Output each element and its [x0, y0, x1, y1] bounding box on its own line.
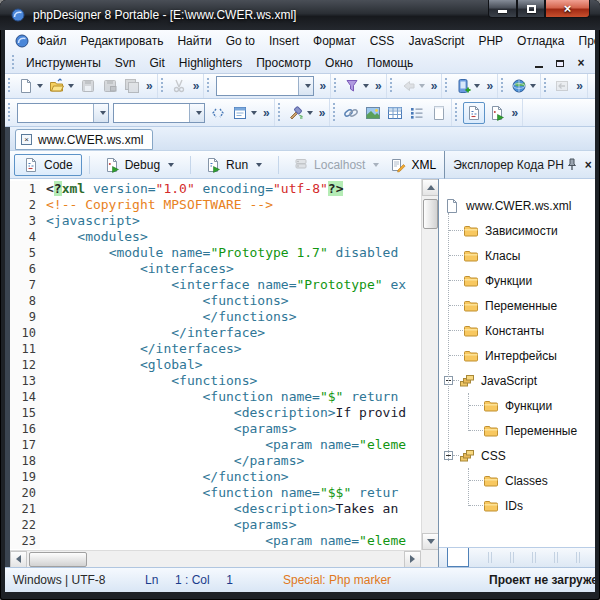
toolbar-overflow-chevron[interactable]: »: [316, 108, 329, 118]
toolbar-overflow-chevron[interactable]: »: [372, 81, 385, 91]
localhost-button[interactable]: Localhost: [284, 154, 388, 176]
tree-item-зависимости[interactable]: Зависимости: [439, 218, 595, 243]
cut-button[interactable]: [169, 76, 189, 96]
form-button[interactable]: [230, 103, 259, 123]
menu-помощь[interactable]: Помощь: [360, 55, 420, 71]
toolbar-overflow-chevron[interactable]: »: [483, 81, 496, 91]
image-button[interactable]: [363, 103, 383, 123]
close-button[interactable]: ×: [545, 0, 590, 18]
tree-item-константы[interactable]: Константы: [439, 318, 595, 343]
new-document-button[interactable]: [16, 76, 45, 96]
maximize-button[interactable]: [517, 0, 545, 18]
device-add-button[interactable]: [453, 76, 482, 96]
tree-item-переменные[interactable]: Переменные: [439, 418, 595, 443]
code-button[interactable]: Code: [14, 154, 82, 176]
panel-bottom-tab[interactable]: [447, 548, 469, 567]
globe-button[interactable]: [509, 76, 538, 96]
menu-отладка[interactable]: Отладка: [510, 33, 571, 49]
vertical-scrollbar[interactable]: [421, 179, 438, 550]
scroll-up-button[interactable]: [422, 179, 438, 196]
title-bar[interactable]: phpDesigner 8 Portable - [E:\www.CWER.ws…: [0, 0, 600, 30]
menu-проект[interactable]: Проект: [572, 33, 595, 49]
toolbar-overflow-chevron[interactable]: »: [260, 108, 273, 118]
vertical-scroll-thumb[interactable]: [423, 199, 438, 229]
menu-go-to[interactable]: Go to: [219, 33, 262, 49]
pin-icon[interactable]: [564, 158, 580, 172]
toolbar-grip[interactable]: [389, 78, 394, 95]
menu-grip[interactable]: [11, 55, 16, 70]
code-page-button[interactable]: [463, 102, 485, 124]
tree-item-www.cwer.ws.xml[interactable]: www.CWER.ws.xml: [439, 193, 595, 218]
save-all-button[interactable]: [122, 76, 142, 96]
tree-item-css[interactable]: CSS: [439, 443, 595, 468]
tree-item-класы[interactable]: Класы: [439, 243, 595, 268]
tree-item-функции[interactable]: Функции: [439, 268, 595, 293]
code-editor[interactable]: 1234567891011121314151617181920212223 <?…: [10, 179, 438, 567]
tab-close-icon[interactable]: ×: [21, 134, 32, 145]
run-button[interactable]: Run: [196, 154, 271, 176]
toolbar-grip[interactable]: [206, 78, 211, 95]
list-button[interactable]: [407, 103, 427, 123]
toolbar-grip[interactable]: [543, 78, 548, 95]
code-explorer-tree[interactable]: www.CWER.ws.xmlЗависимостиКласыФункцииПе…: [439, 179, 595, 547]
tree-item-функции[interactable]: Функции: [439, 393, 595, 418]
blank-page-button[interactable]: [429, 103, 449, 123]
scroll-right-button[interactable]: [404, 551, 421, 568]
link-button[interactable]: [341, 103, 361, 123]
menu-php[interactable]: PHP: [471, 33, 510, 49]
code-text[interactable]: <?xml version="1.0" encoding="utf-8"?><!…: [46, 181, 421, 549]
menu-git[interactable]: Git: [143, 55, 172, 71]
tree-item-интерфейсы[interactable]: Интерфейсы: [439, 343, 595, 368]
menu-инструменты[interactable]: Инструменты: [19, 55, 108, 71]
menu-javascript[interactable]: JavaScript: [401, 33, 471, 49]
debug-hammer-button[interactable]: [286, 103, 315, 123]
horizontal-scroll-thumb[interactable]: [29, 552, 87, 567]
toolbar-grip[interactable]: [333, 78, 338, 95]
xml-button[interactable]: XML: [390, 157, 440, 173]
menu-css[interactable]: CSS: [363, 33, 402, 49]
menu-highlighters[interactable]: Highlighters: [172, 55, 249, 71]
toolbar-grip[interactable]: [7, 78, 12, 95]
toolbar-grip[interactable]: [7, 103, 12, 122]
mdi-close-button[interactable]: ×: [571, 55, 591, 71]
tab-active-document[interactable]: × www.CWER.ws.xml: [15, 129, 153, 150]
toolbar-grip[interactable]: [277, 103, 282, 122]
tree-item-переменные[interactable]: Переменные: [439, 293, 595, 318]
tree-item-classes[interactable]: Classes: [439, 468, 595, 493]
menu-окно[interactable]: Окно: [318, 55, 360, 71]
horizontal-scrollbar[interactable]: [10, 550, 421, 567]
combo-dropdown-icon[interactable]: [298, 77, 313, 95]
toolbar-overflow-chevron[interactable]: »: [190, 81, 203, 91]
menu-найти[interactable]: Найти: [170, 33, 218, 49]
table-button[interactable]: [385, 103, 405, 123]
toolbar-combobox[interactable]: [113, 103, 205, 123]
combo-dropdown-icon[interactable]: [93, 104, 108, 122]
toolbar-grip[interactable]: [332, 103, 337, 122]
debug-button[interactable]: Debug: [95, 154, 183, 176]
toolbar-grip[interactable]: [160, 78, 165, 95]
menu-формат[interactable]: Формат: [306, 33, 363, 49]
combo-dropdown-icon[interactable]: [189, 104, 204, 122]
menu-svn[interactable]: Svn: [108, 55, 143, 71]
scroll-left-button[interactable]: [10, 551, 27, 568]
toolbar-overflow-chevron[interactable]: »: [316, 81, 329, 91]
tree-item-ids[interactable]: IDs: [439, 493, 595, 518]
toolbar-overflow-chevron[interactable]: »: [508, 108, 521, 118]
save-as-button[interactable]: [100, 76, 120, 96]
mdi-restore-button[interactable]: [550, 55, 570, 71]
toolbar-overflow-chevron[interactable]: »: [428, 81, 441, 91]
back-arrow-button[interactable]: [398, 76, 427, 96]
save-button[interactable]: [78, 76, 98, 96]
mdi-minimize-button[interactable]: [529, 55, 549, 71]
minimize-button[interactable]: [488, 0, 517, 18]
debug-page-button[interactable]: [487, 103, 507, 123]
toolbar-grip[interactable]: [500, 78, 505, 95]
toolbar-grip[interactable]: [444, 78, 449, 95]
scroll-down-button[interactable]: [422, 533, 438, 550]
menu-просмотр[interactable]: Просмотр: [249, 55, 318, 71]
highlighter-funnel-button[interactable]: [342, 76, 371, 96]
toolbar-overflow-chevron[interactable]: »: [143, 81, 156, 91]
open-folder-button[interactable]: [47, 76, 76, 96]
panel-close-icon[interactable]: ×: [580, 158, 595, 172]
menu-insert[interactable]: Insert: [262, 33, 306, 49]
